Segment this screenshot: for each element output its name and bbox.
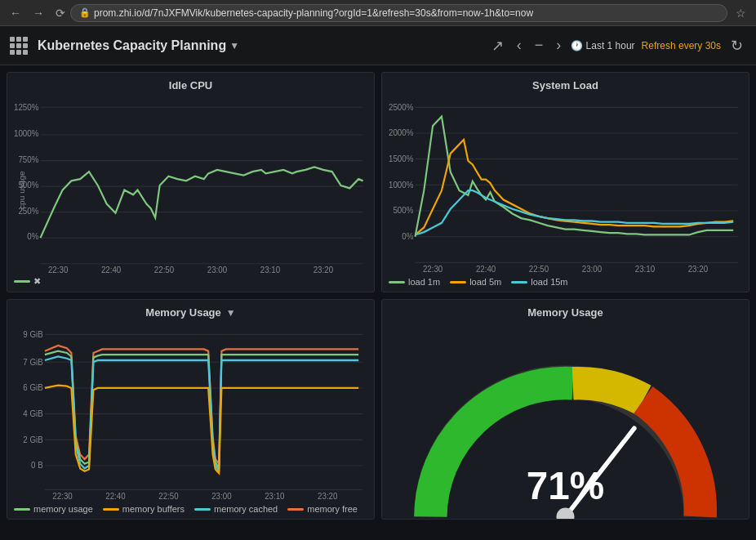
svg-text:22:30: 22:30: [52, 492, 73, 501]
svg-text:23:00: 23:00: [582, 265, 603, 274]
legend-dot-load15m: [511, 281, 527, 283]
memory-gauge-title: Memory Usage: [382, 300, 749, 322]
idle-cpu-panel: Idle CPU cpu usage 1250% 1000% 750% 500%…: [7, 72, 375, 292]
prev-button[interactable]: ‹: [514, 33, 525, 57]
memory-usage-title-bar: Memory Usage ▼: [7, 300, 374, 322]
legend-label-mem-buffers: memory buffers: [122, 504, 185, 514]
zoom-button[interactable]: −: [531, 33, 547, 57]
legend-item-mem-cached: memory cached: [194, 504, 278, 514]
legend-label-cpu: ✖: [33, 276, 41, 287]
next-button[interactable]: ›: [553, 33, 564, 57]
memory-gauge-panel: Memory Usage: [381, 299, 749, 520]
grid-icon[interactable]: [10, 37, 28, 55]
svg-text:71%: 71%: [527, 464, 604, 507]
url-text: prom.zhi.io/d/7nJXFMVik/kubernetes-capac…: [94, 7, 533, 19]
gauge-svg: 71%: [382, 322, 749, 520]
time-range: 🕐 Last 1 hour: [571, 40, 634, 51]
legend-dot-mem-buffers: [103, 508, 119, 511]
svg-text:22:30: 22:30: [48, 266, 69, 273]
svg-text:23:00: 23:00: [207, 266, 228, 273]
memory-usage-dropdown-icon[interactable]: ▼: [226, 307, 236, 319]
svg-text:1500%: 1500%: [389, 154, 413, 163]
system-load-legend: load 1m load 5m load 15m: [382, 274, 749, 292]
top-bar-controls: ↗ ‹ − › 🕐 Last 1 hour Refresh every 30s …: [488, 33, 746, 58]
svg-text:23:00: 23:00: [211, 492, 232, 501]
legend-label-load1m: load 1m: [408, 277, 440, 287]
system-load-svg: 2500% 2000% 1500% 1000% 500% 0% 22:30 22…: [389, 98, 742, 274]
svg-text:1000%: 1000%: [14, 129, 38, 138]
svg-text:22:50: 22:50: [158, 492, 179, 501]
top-bar: Kubernetes Capacity Planning ▼ ↗ ‹ − › 🕐…: [0, 26, 756, 65]
legend-item-mem-buffers: memory buffers: [103, 504, 185, 514]
svg-text:250%: 250%: [18, 207, 38, 216]
memory-chart-area: 9 GiB 7 GiB 6 GiB 4 GiB 2 GiB 0 B 22:30 …: [7, 322, 374, 501]
idle-cpu-svg: cpu usage 1250% 1000% 750% 500% 250% 0% …: [14, 98, 367, 273]
svg-text:2 GiB: 2 GiB: [23, 435, 43, 444]
svg-text:22:40: 22:40: [101, 266, 122, 273]
legend-label-mem-free: memory free: [307, 504, 358, 514]
svg-text:23:10: 23:10: [260, 266, 281, 273]
legend-dot-load5m: [450, 281, 466, 283]
svg-text:23:10: 23:10: [635, 265, 656, 274]
back-button[interactable]: ←: [7, 5, 24, 21]
legend-label-load15m: load 15m: [531, 277, 567, 287]
system-load-panel: System Load 2500% 2000% 1500% 1000% 500%…: [381, 72, 749, 292]
svg-text:9 GiB: 9 GiB: [23, 330, 43, 339]
svg-text:500%: 500%: [18, 181, 38, 190]
gauge-container: 71%: [382, 322, 749, 520]
legend-label-mem-usage: memory usage: [33, 504, 93, 514]
svg-text:0 B: 0 B: [31, 461, 43, 470]
refresh-label: Refresh every 30s: [642, 40, 721, 51]
legend-item-load1m: load 1m: [389, 277, 440, 287]
lock-icon: 🔒: [79, 7, 91, 18]
svg-text:1250%: 1250%: [14, 102, 38, 111]
legend-label-mem-cached: memory cached: [214, 504, 278, 514]
svg-text:23:20: 23:20: [314, 266, 334, 273]
dashboard: Idle CPU cpu usage 1250% 1000% 750% 500%…: [0, 65, 756, 540]
svg-text:22:50: 22:50: [154, 266, 175, 273]
svg-text:1000%: 1000%: [389, 181, 413, 190]
svg-text:22:40: 22:40: [476, 265, 496, 274]
legend-item-mem-usage: memory usage: [14, 504, 93, 514]
memory-chart-svg: 9 GiB 7 GiB 6 GiB 4 GiB 2 GiB 0 B 22:30 …: [14, 325, 367, 501]
legend-item-cpu: ✖: [14, 276, 41, 287]
legend-label-load5m: load 5m: [469, 277, 501, 287]
legend-dot-mem-usage: [14, 508, 30, 511]
svg-text:7 GiB: 7 GiB: [23, 357, 43, 366]
svg-text:4 GiB: 4 GiB: [23, 409, 43, 418]
system-load-title: System Load: [382, 73, 749, 95]
system-load-chart: 2500% 2000% 1500% 1000% 500% 0% 22:30 22…: [382, 95, 749, 274]
refresh-button[interactable]: ↻: [727, 33, 746, 58]
share-button[interactable]: ↗: [488, 33, 507, 58]
svg-text:0%: 0%: [27, 232, 38, 241]
svg-text:22:40: 22:40: [105, 492, 126, 501]
browser-bar: ← → ⟳ 🔒 prom.zhi.io/d/7nJXFMVik/kubernet…: [0, 0, 756, 26]
svg-text:23:20: 23:20: [318, 492, 338, 501]
svg-text:500%: 500%: [393, 206, 413, 215]
legend-item-mem-free: memory free: [287, 504, 358, 514]
title-dropdown-icon[interactable]: ▼: [229, 40, 239, 51]
svg-text:0%: 0%: [402, 232, 413, 241]
legend-item-load15m: load 15m: [511, 277, 567, 287]
legend-dot-cpu: [14, 280, 30, 283]
svg-text:23:20: 23:20: [688, 265, 709, 274]
svg-text:2500%: 2500%: [389, 103, 413, 112]
legend-dot-load1m: [389, 281, 405, 283]
idle-cpu-legend: ✖: [7, 273, 374, 292]
app-title: Kubernetes Capacity Planning: [38, 38, 226, 53]
svg-text:2000%: 2000%: [389, 128, 413, 137]
bookmark-button[interactable]: ☆: [732, 5, 749, 21]
idle-cpu-title: Idle CPU: [7, 73, 374, 95]
memory-usage-legend: memory usage memory buffers memory cache…: [7, 501, 374, 519]
svg-text:23:10: 23:10: [265, 492, 285, 501]
reload-button[interactable]: ⟳: [56, 7, 65, 20]
forward-button[interactable]: →: [29, 5, 47, 21]
idle-cpu-chart: cpu usage 1250% 1000% 750% 500% 250% 0% …: [7, 95, 374, 273]
memory-usage-panel: Memory Usage ▼ 9 GiB 7 GiB 6 GiB 4 GiB 2…: [7, 299, 375, 520]
svg-text:6 GiB: 6 GiB: [23, 383, 43, 392]
legend-item-load5m: load 5m: [450, 277, 501, 287]
memory-usage-title: Memory Usage: [145, 306, 220, 319]
url-bar[interactable]: 🔒 prom.zhi.io/d/7nJXFMVik/kubernetes-cap…: [70, 4, 727, 22]
legend-dot-mem-free: [287, 508, 304, 511]
svg-text:750%: 750%: [18, 155, 38, 164]
